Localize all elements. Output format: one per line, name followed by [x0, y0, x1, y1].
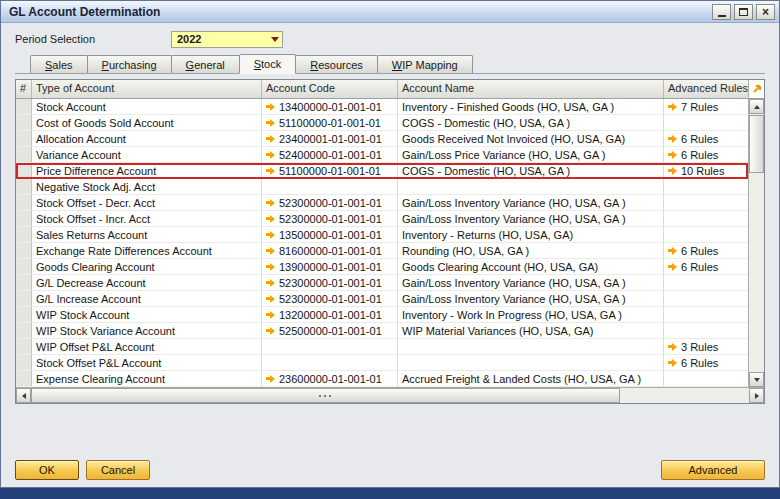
- account-code-cell[interactable]: 52300000-01-001-01: [262, 291, 398, 306]
- row-number-cell[interactable]: [16, 195, 32, 210]
- advanced-rules-cell[interactable]: [664, 227, 748, 242]
- table-row[interactable]: Cost of Goods Sold Account51100000-01-00…: [16, 115, 748, 131]
- table-row[interactable]: Price Difference Account51100000-01-001-…: [16, 163, 748, 179]
- table-row[interactable]: Expense Clearing Account23600000-01-001-…: [16, 371, 748, 387]
- tab-resources[interactable]: Resources: [295, 55, 378, 73]
- dropdown-arrow-button[interactable]: [267, 32, 282, 47]
- advanced-rules-cell[interactable]: [664, 291, 748, 306]
- link-arrow-icon[interactable]: [668, 263, 677, 271]
- cancel-button[interactable]: Cancel: [86, 460, 150, 480]
- row-number-cell[interactable]: [16, 131, 32, 146]
- type-of-account-cell[interactable]: WIP Stock Account: [32, 307, 262, 322]
- column-header-rules[interactable]: Advanced Rules: [664, 80, 748, 98]
- type-of-account-cell[interactable]: WIP Stock Variance Account: [32, 323, 262, 338]
- link-arrow-icon[interactable]: [266, 215, 275, 223]
- account-name-cell[interactable]: COGS - Domestic (HO, USA, GA ): [398, 115, 664, 130]
- link-arrow-icon[interactable]: [266, 375, 275, 383]
- type-of-account-cell[interactable]: Allocation Account: [32, 131, 262, 146]
- advanced-rules-cell[interactable]: 3 Rules: [664, 339, 748, 354]
- column-header-name[interactable]: Account Name: [398, 80, 664, 98]
- advanced-rules-cell[interactable]: 7 Rules: [664, 99, 748, 114]
- advanced-rules-cell[interactable]: [664, 179, 748, 194]
- account-code-cell[interactable]: [262, 339, 398, 354]
- account-name-cell[interactable]: Gain/Loss Inventory Variance (HO, USA, G…: [398, 211, 664, 226]
- row-number-cell[interactable]: [16, 99, 32, 114]
- table-row[interactable]: WIP Stock Variance Account52500000-01-00…: [16, 323, 748, 339]
- vertical-scroll-thumb[interactable]: [749, 115, 764, 173]
- type-of-account-cell[interactable]: Variance Account: [32, 147, 262, 162]
- account-code-cell[interactable]: 13400000-01-001-01: [262, 99, 398, 114]
- account-code-cell[interactable]: 13500000-01-001-01: [262, 227, 398, 242]
- type-of-account-cell[interactable]: Stock Offset - Decr. Acct: [32, 195, 262, 210]
- link-arrow-icon[interactable]: [266, 311, 275, 319]
- advanced-rules-cell[interactable]: [664, 115, 748, 130]
- row-number-cell[interactable]: [16, 291, 32, 306]
- type-of-account-cell[interactable]: Negative Stock Adj. Acct: [32, 179, 262, 194]
- column-header-code[interactable]: Account Code: [262, 80, 398, 98]
- link-arrow-icon[interactable]: [266, 247, 275, 255]
- type-of-account-cell[interactable]: G/L Increase Account: [32, 291, 262, 306]
- period-selection-dropdown[interactable]: 2022: [171, 31, 283, 48]
- link-arrow-icon[interactable]: [266, 103, 275, 111]
- vertical-scroll-track[interactable]: [749, 114, 764, 372]
- account-code-cell[interactable]: 13900000-01-001-01: [262, 259, 398, 274]
- row-number-cell[interactable]: [16, 179, 32, 194]
- advanced-rules-cell[interactable]: 6 Rules: [664, 259, 748, 274]
- account-name-cell[interactable]: Accrued Freight & Landed Costs (HO, USA,…: [398, 371, 664, 386]
- table-row[interactable]: Stock Offset - Incr. Acct52300000-01-001…: [16, 211, 748, 227]
- table-row[interactable]: Stock Offset - Decr. Acct52300000-01-001…: [16, 195, 748, 211]
- tab-sales[interactable]: Sales: [30, 55, 88, 73]
- account-code-cell[interactable]: 81600000-01-001-01: [262, 243, 398, 258]
- link-arrow-icon[interactable]: [266, 279, 275, 287]
- row-number-cell[interactable]: [16, 243, 32, 258]
- horizontal-scroll-track[interactable]: [31, 388, 749, 403]
- table-row[interactable]: Goods Clearing Account13900000-01-001-01…: [16, 259, 748, 275]
- vertical-scrollbar[interactable]: [748, 80, 764, 387]
- table-row[interactable]: Exchange Rate Differences Account8160000…: [16, 243, 748, 259]
- row-number-cell[interactable]: [16, 323, 32, 338]
- link-arrow-icon[interactable]: [266, 327, 275, 335]
- account-code-cell[interactable]: 23600000-01-001-01: [262, 371, 398, 386]
- maximize-button[interactable]: [734, 4, 753, 20]
- account-name-cell[interactable]: Rounding (HO, USA, GA ): [398, 243, 664, 258]
- row-number-cell[interactable]: [16, 115, 32, 130]
- table-row[interactable]: Allocation Account23400001-01-001-01Good…: [16, 131, 748, 147]
- tab-wip-mapping[interactable]: WIP Mapping: [377, 55, 473, 73]
- row-number-cell[interactable]: [16, 147, 32, 162]
- row-number-cell[interactable]: [16, 227, 32, 242]
- column-header-type[interactable]: Type of Account: [32, 80, 262, 98]
- type-of-account-cell[interactable]: Cost of Goods Sold Account: [32, 115, 262, 130]
- link-arrow-icon[interactable]: [668, 343, 677, 351]
- link-arrow-icon[interactable]: [668, 151, 677, 159]
- type-of-account-cell[interactable]: WIP Offset P&L Account: [32, 339, 262, 354]
- account-name-cell[interactable]: COGS - Domestic (HO, USA, GA ): [398, 163, 664, 178]
- account-name-cell[interactable]: Goods Received Not Invoiced (HO, USA, GA…: [398, 131, 664, 146]
- advanced-rules-cell[interactable]: 6 Rules: [664, 131, 748, 146]
- advanced-rules-cell[interactable]: 6 Rules: [664, 243, 748, 258]
- tab-stock[interactable]: Stock: [239, 54, 297, 74]
- row-number-cell[interactable]: [16, 371, 32, 386]
- advanced-rules-cell[interactable]: 6 Rules: [664, 147, 748, 162]
- table-row[interactable]: Variance Account52400000-01-001-01Gain/L…: [16, 147, 748, 163]
- row-number-cell[interactable]: [16, 355, 32, 370]
- advanced-rules-cell[interactable]: 6 Rules: [664, 355, 748, 370]
- expand-grid-button[interactable]: [749, 80, 764, 99]
- table-row[interactable]: Stock Account13400000-01-001-01Inventory…: [16, 99, 748, 115]
- table-row[interactable]: G/L Decrease Account52300000-01-001-01Ga…: [16, 275, 748, 291]
- link-arrow-icon[interactable]: [266, 263, 275, 271]
- account-name-cell[interactable]: Inventory - Work In Progress (HO, USA, G…: [398, 307, 664, 322]
- account-name-cell[interactable]: Gain/Loss Price Variance (HO, USA, GA ): [398, 147, 664, 162]
- advanced-rules-cell[interactable]: 10 Rules: [664, 163, 748, 178]
- account-code-cell[interactable]: 13200000-01-001-01: [262, 307, 398, 322]
- horizontal-scroll-thumb[interactable]: [31, 388, 620, 403]
- title-bar[interactable]: GL Account Determination: [1, 1, 779, 23]
- row-number-cell[interactable]: [16, 307, 32, 322]
- link-arrow-icon[interactable]: [266, 199, 275, 207]
- account-code-cell[interactable]: 23400001-01-001-01: [262, 131, 398, 146]
- type-of-account-cell[interactable]: Stock Offset - Incr. Acct: [32, 211, 262, 226]
- account-code-cell[interactable]: 52300000-01-001-01: [262, 195, 398, 210]
- scroll-right-button[interactable]: [749, 388, 764, 403]
- ok-button[interactable]: OK: [15, 460, 79, 480]
- account-name-cell[interactable]: Inventory - Finished Goods (HO, USA, GA …: [398, 99, 664, 114]
- type-of-account-cell[interactable]: Price Difference Account: [32, 163, 262, 178]
